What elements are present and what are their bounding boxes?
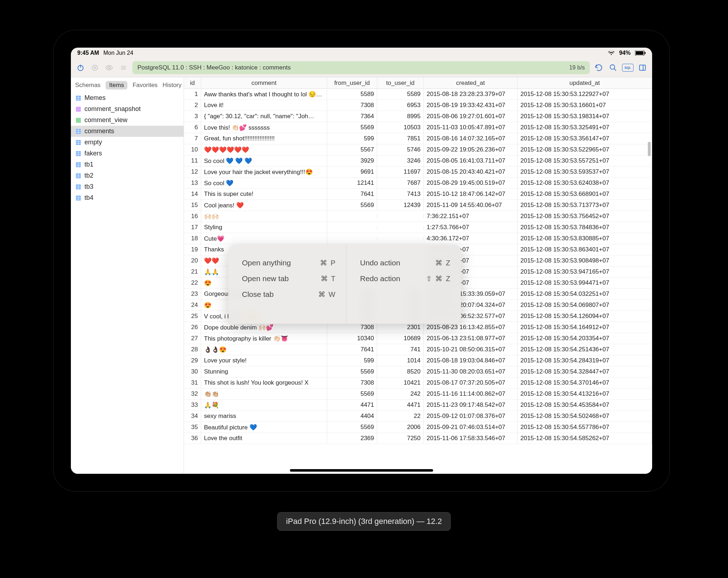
power-button[interactable]: [75, 62, 86, 73]
table-row[interactable]: 16🙌🏻🙌🏻7:36:22.151+072015-12-08 15:30:53.…: [184, 211, 652, 222]
search-button[interactable]: [608, 62, 618, 73]
col-to-user[interactable]: to_user_id: [377, 77, 424, 88]
table-row[interactable]: 3{ "age": 30.12, "car": null, "name": "J…: [184, 111, 652, 122]
menu-button[interactable]: [118, 62, 129, 73]
cell-id: 6: [184, 122, 201, 133]
cell-updated: 2015-12-08 15:30:54.328447+07: [518, 366, 652, 377]
sidebar-item[interactable]: tb2: [71, 170, 184, 181]
table-row[interactable]: 31This shot is lush! You look gorgeous! …: [184, 377, 652, 389]
tab-favorites[interactable]: Favorites: [132, 82, 157, 89]
table-row[interactable]: 14This is super cute!764174132015-10-12 …: [184, 189, 652, 200]
cell-comment: Aww thanks that's what I thought to lol …: [201, 89, 327, 100]
table-row[interactable]: 36Love the outfit236972502015-11-06 17:5…: [184, 433, 652, 444]
sidebar-item[interactable]: tb4: [71, 192, 184, 203]
col-from-user[interactable]: from_user_id: [327, 77, 377, 88]
sidebar-item[interactable]: tb1: [71, 159, 184, 170]
col-id[interactable]: id: [184, 77, 201, 88]
cell-from: 7641: [327, 344, 377, 355]
cell-comment: sexy mariss: [201, 411, 327, 422]
table-row[interactable]: 1Aww thanks that's what I thought to lol…: [184, 89, 652, 100]
sidebar-item[interactable]: Memes: [71, 92, 184, 103]
sidebar-item[interactable]: comments: [71, 126, 184, 137]
cell-comment: Love your style!: [201, 355, 327, 366]
popup-undo[interactable]: Undo action ⌘ Z: [360, 259, 451, 267]
sidebar-item-label: fakers: [84, 150, 102, 157]
cell-comment: 👏🏼👏🏼: [201, 389, 327, 400]
scrollbar-thumb[interactable]: [648, 142, 651, 156]
reload-button[interactable]: [593, 62, 604, 73]
table-row[interactable]: 28👌🏿👌🏿😍76417412015-10-21 08:50:06.315+07…: [184, 344, 652, 355]
popup-open-new-tab[interactable]: Open new tab ⌘ T: [242, 274, 336, 283]
sidebar-item[interactable]: comment_snapshot: [71, 103, 184, 115]
table-icon: [75, 117, 82, 124]
sql-button[interactable]: SQL: [622, 64, 634, 72]
table-row[interactable]: 32👏🏼👏🏼55692422015-11-16 11:14:00.862+072…: [184, 389, 652, 400]
path-bar[interactable]: PostgreSQL 11.0 : SSH : MeeGoo : katonic…: [132, 61, 590, 74]
cell-from: 599: [327, 133, 377, 144]
table-row[interactable]: 15Cool jeans! ❤️5569124392015-11-09 14:5…: [184, 200, 652, 211]
cell-id: 34: [184, 411, 201, 422]
table-row[interactable]: 17Styling1:27:53.766+072015-12-08 15:30:…: [184, 222, 652, 233]
sidebar-item[interactable]: empty: [71, 137, 184, 148]
cell-created: 2015-11-16 11:14:00.862+07: [424, 389, 518, 399]
table-row[interactable]: 11So cool 💙 💙 💙392932462015-08-05 16:41:…: [184, 155, 652, 167]
cell-from: 10340: [327, 333, 377, 344]
cell-updated: 2015-12-08 15:30:54.413216+07: [518, 389, 652, 399]
col-created[interactable]: created_at: [424, 77, 518, 88]
sidebar-list[interactable]: Memescomment_snapshotcomment_viewcomment…: [71, 92, 184, 474]
eye-button[interactable]: [104, 62, 115, 73]
panels-button[interactable]: [637, 62, 648, 73]
popup-redo[interactable]: Redo action ⇧ ⌘ Z: [360, 274, 451, 283]
cell-updated: 2015-12-08 15:30:54.069807+07: [518, 300, 652, 310]
cell-comment: Cute💗: [201, 233, 327, 244]
table-icon: [75, 195, 82, 201]
cell-comment: Great, fun shot!!!!!!!!!!!!!!!!!!: [201, 133, 327, 144]
table-icon: [75, 128, 82, 135]
cell-to: 7250: [377, 433, 424, 444]
sidebar-item-label: tb4: [84, 194, 93, 202]
cell-comment: Styling: [201, 222, 327, 233]
table-row[interactable]: 30Stunning556985202015-11-30 08:20:03.65…: [184, 366, 652, 377]
cell-id: 16: [184, 211, 201, 222]
table-row[interactable]: 10❤️❤️❤️❤️❤️❤️556757462015-09-22 19:05:2…: [184, 144, 652, 155]
col-updated[interactable]: updated_at: [518, 77, 652, 88]
table-row[interactable]: 6Love this! 👏🏻💕 sssssss5569105032015-11-…: [184, 122, 652, 133]
col-comment[interactable]: comment: [201, 77, 327, 88]
sidebar-item[interactable]: comment_view: [71, 115, 184, 126]
cell-from: [327, 237, 377, 240]
cell-to: 7413: [377, 189, 424, 199]
cell-created: 7:36:22.151+07: [424, 211, 518, 222]
cell-id: 1: [184, 89, 201, 100]
cell-updated: 2015-12-08 15:30:53.863401+07: [518, 244, 652, 255]
cell-from: 3929: [327, 155, 377, 166]
home-indicator[interactable]: [290, 469, 433, 472]
tab-history[interactable]: History: [162, 82, 181, 89]
cancel-button[interactable]: [89, 62, 100, 73]
sidebar-item[interactable]: fakers: [71, 148, 184, 159]
cell-updated: 2015-12-08 15:30:54.032251+07: [518, 289, 652, 299]
popup-close-tab[interactable]: Close tab ⌘ W: [242, 290, 336, 299]
table-row[interactable]: 13So cool 💙1214176872015-08-29 19:45:00.…: [184, 178, 652, 189]
cell-id: 31: [184, 377, 201, 388]
table-row[interactable]: 27This photography is killer 👏🏻👅10340106…: [184, 333, 652, 344]
cell-updated: 2015-12-08 15:30:53.593537+07: [518, 167, 652, 177]
cell-id: 18: [184, 233, 201, 244]
table-row[interactable]: 34sexy mariss4404222015-09-12 01:07:08.3…: [184, 411, 652, 422]
table-row[interactable]: 33🙏💐447144712015-11-23 09:17:48.542+0720…: [184, 400, 652, 411]
tab-schemas[interactable]: Schemas: [75, 82, 101, 89]
cell-created: 2015-08-06 19:27:01.601+07: [424, 111, 518, 122]
cell-id: 10: [184, 144, 201, 155]
tab-items[interactable]: Items: [106, 81, 128, 90]
cell-from: 4404: [327, 411, 377, 422]
table-row[interactable]: 29Love your style!59910142015-08-18 19:0…: [184, 355, 652, 366]
table-row[interactable]: 35Beautiful picture 💙556920062015-09-21 …: [184, 422, 652, 433]
cell-updated: 2015-12-08 15:30:54.251436+07: [518, 344, 652, 355]
table-row[interactable]: 2Love it!730869532015-08-19 19:33:42.431…: [184, 100, 652, 111]
table-row[interactable]: 12Love your hair the jacket everything!!…: [184, 167, 652, 178]
cell-created: 2015-08-18 23:28:23.379+07: [424, 89, 518, 100]
table-row[interactable]: 7Great, fun shot!!!!!!!!!!!!!!!!!!599785…: [184, 133, 652, 144]
sidebar-item[interactable]: tb3: [71, 181, 184, 192]
table-row[interactable]: 18Cute💗4:30:36.172+072015-12-08 15:30:53…: [184, 233, 652, 244]
cell-to: [377, 237, 424, 240]
popup-open-anything[interactable]: Open anything ⌘ P: [242, 259, 336, 267]
